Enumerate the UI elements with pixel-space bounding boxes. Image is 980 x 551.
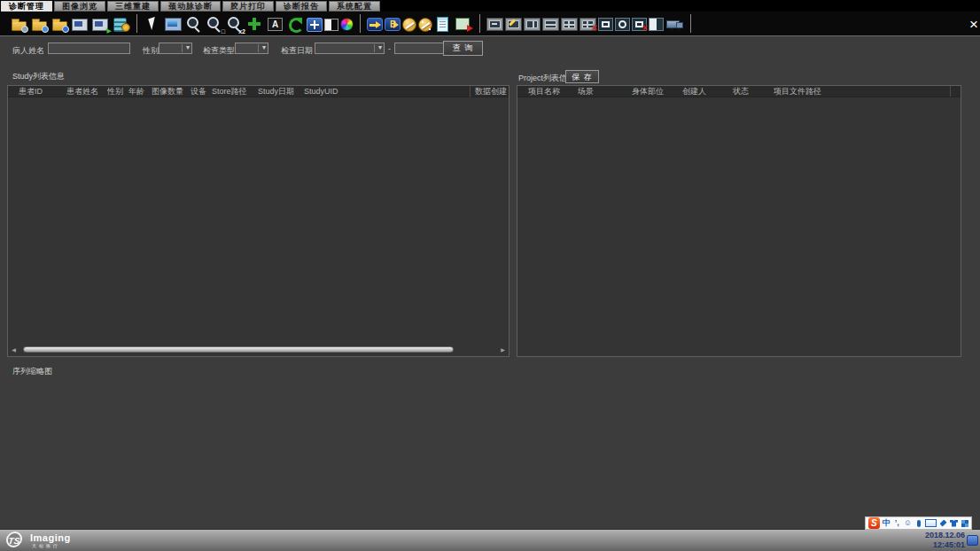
- column-header[interactable]: 性别: [107, 86, 128, 97]
- column-header[interactable]: 场景: [578, 86, 632, 97]
- window-level-icon[interactable]: [367, 18, 383, 31]
- select-cursor-icon[interactable]: [144, 15, 162, 33]
- layout-single-icon[interactable]: [486, 18, 503, 31]
- scrollbar-thumb[interactable]: [23, 346, 454, 353]
- column-header[interactable]: 项目名称: [528, 86, 578, 97]
- import-folder-icon[interactable]: [51, 15, 69, 33]
- main-tab-0[interactable]: 诊断管理: [1, 1, 52, 12]
- language-bar-icon[interactable]: [967, 535, 978, 546]
- toolbox-icon[interactable]: [961, 517, 968, 529]
- scrollbar-track[interactable]: [18, 345, 499, 354]
- voice-input-icon[interactable]: [914, 517, 922, 529]
- taskbar-time: 12:45:01: [925, 540, 965, 550]
- column-header[interactable]: Study日期: [258, 86, 304, 97]
- date-range-separator: -: [388, 44, 391, 53]
- column-header[interactable]: 患者ID: [19, 86, 66, 97]
- soft-keyboard-icon[interactable]: [925, 517, 937, 529]
- input-method-tray: S中’,☺: [865, 516, 972, 530]
- column-header[interactable]: StudyUID: [304, 87, 437, 96]
- database-archive-icon[interactable]: [112, 15, 130, 33]
- column-header[interactable]: 身体部位: [632, 86, 682, 97]
- column-header[interactable]: 项目文件路径: [774, 86, 880, 97]
- scroll-right-arrow-icon[interactable]: ▶: [499, 346, 507, 353]
- gender-select[interactable]: [159, 43, 192, 54]
- project-table-panel: 项目名称场景身体部位创建人状态项目文件路径: [517, 85, 961, 357]
- delete-roi-icon[interactable]: ×: [632, 18, 647, 31]
- send-image-icon[interactable]: ▶: [91, 15, 110, 33]
- column-header-spacer: [950, 86, 961, 97]
- close-layout-icon[interactable]: ×: [579, 18, 596, 31]
- fit-window-icon[interactable]: [307, 18, 323, 32]
- handwriting-icon[interactable]: [939, 517, 947, 529]
- transfer-icon[interactable]: [665, 15, 684, 33]
- study-table-panel: 患者ID患者姓名性别年龄图像数量设备Store路径Study日期StudyUID…: [7, 85, 509, 357]
- date-from-select[interactable]: [315, 43, 385, 54]
- gender-label: 性别: [143, 45, 159, 57]
- exam-type-label: 检查类型: [203, 45, 235, 57]
- annotation-text-icon[interactable]: [266, 15, 284, 33]
- study-panel-title: Study列表信息: [12, 71, 65, 82]
- measure-length-icon[interactable]: [402, 18, 416, 32]
- window-image-icon[interactable]: [164, 15, 183, 33]
- color-palette-icon[interactable]: [340, 18, 354, 31]
- report-notes-icon[interactable]: [434, 15, 453, 33]
- main-tab-2[interactable]: 三维重建: [107, 1, 159, 12]
- image-list-icon[interactable]: [71, 15, 89, 33]
- study-table-hscrollbar[interactable]: ◀ ▶: [10, 345, 507, 354]
- refresh-icon[interactable]: [286, 15, 305, 33]
- main-tab-3[interactable]: 颈动脉诊断: [160, 1, 221, 12]
- layout-horizontal-split-icon[interactable]: [542, 18, 559, 31]
- exam-type-select[interactable]: [235, 43, 268, 54]
- project-table-header: 项目名称场景身体部位创建人状态项目文件路径: [517, 86, 961, 97]
- chinese-mode-icon[interactable]: 中: [883, 517, 891, 529]
- ellipse-roi-icon[interactable]: [615, 18, 630, 31]
- measure-angle-icon[interactable]: [418, 18, 432, 32]
- send-image-icon-overlay: ▶: [107, 27, 112, 35]
- layout-grid-icon[interactable]: [561, 18, 578, 31]
- column-header[interactable]: 年龄: [128, 86, 152, 97]
- brand-subtitle: 天松医疗: [32, 543, 60, 548]
- toolbar-separator: [479, 14, 480, 33]
- main-tab-6[interactable]: 系统配置: [329, 1, 380, 12]
- column-header[interactable]: 数据创建: [470, 86, 507, 97]
- main-tab-4[interactable]: 胶片打印: [222, 1, 274, 12]
- zoom-region-icon[interactable]: □: [205, 15, 223, 33]
- taskbar-date: 2018.12.06: [925, 531, 965, 540]
- thumbnail-panel-title: 序列缩略图: [12, 366, 52, 377]
- export-image-icon[interactable]: [455, 15, 473, 33]
- open-local-folder-icon[interactable]: [10, 15, 28, 33]
- taskbar-clock[interactable]: 2018.12.06 12:45:01: [925, 531, 965, 550]
- rect-roi-icon[interactable]: [598, 18, 613, 31]
- main-tab-5[interactable]: 诊断报告: [276, 1, 327, 12]
- column-header[interactable]: 患者姓名: [66, 86, 107, 97]
- sogou-input-icon[interactable]: S: [868, 517, 880, 529]
- punctuation-mode-icon[interactable]: ’,: [893, 517, 901, 529]
- save-button[interactable]: 保 存: [565, 70, 599, 83]
- window-width-icon[interactable]: [385, 18, 401, 31]
- half-split-icon[interactable]: [649, 18, 664, 31]
- close-icon[interactable]: ×: [969, 17, 978, 32]
- brand-logo-icon: TS: [5, 532, 23, 547]
- open-study-folder-icon-badge: [42, 26, 49, 33]
- column-header[interactable]: 状态: [733, 86, 774, 97]
- layout-edit-icon[interactable]: [505, 18, 522, 31]
- zoom-2x-icon[interactable]: x2: [225, 15, 244, 33]
- column-header[interactable]: Store路径: [212, 86, 258, 97]
- column-header[interactable]: 设备: [191, 86, 212, 97]
- patient-name-input[interactable]: [48, 43, 130, 54]
- query-button[interactable]: 查 询: [443, 41, 483, 56]
- content-area: 病人姓名 性别 检查类型 检查日期 - 查 询 Study列表信息 患者ID患者…: [0, 35, 980, 529]
- exam-date-label: 检查日期: [281, 45, 313, 57]
- column-header[interactable]: 图像数量: [152, 86, 191, 97]
- layout-vertical-split-icon[interactable]: [524, 18, 541, 31]
- zoom-icon[interactable]: [184, 15, 203, 33]
- pan-icon[interactable]: [245, 15, 264, 33]
- skin-center-icon[interactable]: [950, 517, 958, 529]
- invert-icon[interactable]: [324, 19, 338, 31]
- main-tab-1[interactable]: 图像浏览: [54, 1, 105, 12]
- emoji-panel-icon[interactable]: ☺: [904, 517, 912, 529]
- toolbar-separator: [136, 14, 137, 33]
- column-header[interactable]: 创建人: [682, 86, 733, 97]
- open-study-folder-icon[interactable]: [30, 15, 49, 33]
- scroll-left-arrow-icon[interactable]: ◀: [10, 346, 18, 353]
